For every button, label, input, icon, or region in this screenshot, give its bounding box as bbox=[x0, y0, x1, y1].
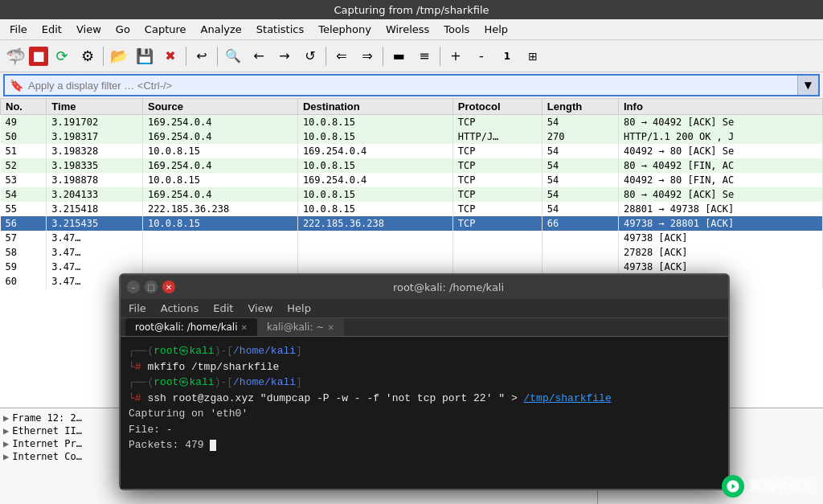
table-row[interactable]: 503.198317169.254.0.410.0.8.15HTTP/J…270… bbox=[1, 129, 823, 144]
terminal-minimize-btn[interactable]: – bbox=[127, 281, 140, 293]
cmd-text-0: mkfifo /tmp/sharkfile bbox=[147, 361, 279, 373]
menu-file[interactable]: File bbox=[3, 22, 34, 37]
toolbar-options-btn[interactable]: ⚙ bbox=[76, 44, 100, 68]
terminal-output-1: File: - bbox=[129, 422, 720, 438]
toolbar: 🦈 ■ ⟳ ⚙ 📂 💾 ✖ ↩ 🔍 ← → ↺ ⇐ ⇒ ▬ ≡ + - 1 ⊞ bbox=[0, 40, 823, 72]
detail-label-0: Frame 12: 2… bbox=[12, 412, 82, 424]
terminal-close-btn[interactable]: ✕ bbox=[162, 281, 175, 293]
terminal-menu-file[interactable]: File bbox=[125, 301, 149, 316]
terminal-body: ┌──(root㉿kali)-[/home/kali] └# mkfifo /t… bbox=[121, 337, 728, 489]
tab-close-0[interactable]: ✕ bbox=[241, 323, 248, 332]
packet-tbody: 493.191702169.254.0.410.0.8.15TCP5480 → … bbox=[1, 115, 823, 289]
table-row[interactable]: 543.204133169.254.0.410.0.8.15TCP5480 → … bbox=[1, 187, 823, 202]
toolbar-restart-btn[interactable]: ⟳ bbox=[50, 44, 74, 68]
toolbar-zoom-in-btn[interactable]: + bbox=[444, 44, 468, 68]
expand-icon-3: ▶ bbox=[3, 451, 9, 462]
toolbar-sep3 bbox=[217, 47, 218, 66]
toolbar-back-btn[interactable]: ← bbox=[247, 44, 271, 68]
menu-tools[interactable]: Tools bbox=[437, 22, 476, 37]
table-row[interactable]: 583.47…27828 [ACK] bbox=[1, 245, 823, 260]
terminal-tabs: root@kali: /home/kali ✕ kali@kali: ~ ✕ bbox=[121, 318, 728, 337]
toolbar-coloring-btn[interactable]: ≡ bbox=[412, 44, 436, 68]
expand-icon-2: ▶ bbox=[3, 438, 9, 449]
toolbar-next-btn[interactable]: ⇒ bbox=[355, 44, 379, 68]
toolbar-fwd-btn[interactable]: → bbox=[272, 44, 297, 68]
watermark-text: 菜鸟学信安 bbox=[749, 478, 813, 495]
menu-edit[interactable]: Edit bbox=[35, 22, 68, 37]
table-row[interactable]: 573.47…49738 [ACK] bbox=[1, 231, 823, 245]
table-row[interactable]: 553.215418222.185.36.23810.0.8.15TCP5428… bbox=[1, 202, 823, 216]
table-row[interactable]: 493.191702169.254.0.410.0.8.15TCP5480 → … bbox=[1, 115, 823, 130]
terminal-menu: File Actions Edit View Help bbox=[121, 299, 728, 318]
toolbar-resize-btn[interactable]: ⊞ bbox=[521, 44, 545, 68]
menu-bar: File Edit View Go Capture Analyze Statis… bbox=[0, 19, 823, 40]
tab-label-1: kali@kali: ~ bbox=[267, 322, 324, 333]
terminal-line-1: ┌──(root㉿kali)-[/home/kali] bbox=[129, 375, 720, 391]
prompt-host-0: root㉿kali bbox=[154, 345, 214, 357]
menu-analyze[interactable]: Analyze bbox=[194, 22, 248, 37]
terminal-cmd-1: └# ssh root@zgao.xyz "dumpcap -P -w - -f… bbox=[129, 391, 720, 407]
toolbar-find-btn[interactable]: 🔍 bbox=[221, 44, 245, 68]
col-header-proto: Protocol bbox=[452, 99, 542, 115]
toolbar-loop-btn[interactable]: ↺ bbox=[298, 44, 322, 68]
cmd-text-1: ssh root@zgao.xyz "dumpcap -P -w - -f 'n… bbox=[147, 392, 523, 404]
detail-label-2: Internet Pr… bbox=[12, 438, 82, 449]
col-header-info: Info bbox=[619, 99, 823, 115]
menu-view[interactable]: View bbox=[70, 22, 108, 37]
col-header-no: No. bbox=[1, 99, 47, 115]
prompt-path-0: /home/kali bbox=[233, 345, 296, 357]
toolbar-zoom-out-btn[interactable]: - bbox=[469, 44, 493, 68]
toolbar-close-btn[interactable]: ✖ bbox=[158, 44, 182, 68]
detail-label-3: Internet Co… bbox=[12, 451, 82, 462]
terminal-output-0: Capturing on 'eth0' bbox=[129, 406, 720, 422]
toolbar-zoom-norm-btn[interactable]: 1 bbox=[495, 44, 519, 68]
table-row[interactable]: 533.19887810.0.8.15169.254.0.4TCP5440492… bbox=[1, 173, 823, 187]
table-row[interactable]: 513.19832810.0.8.15169.254.0.4TCP5440492… bbox=[1, 144, 823, 158]
terminal-menu-edit[interactable]: Edit bbox=[210, 301, 236, 316]
filter-input[interactable] bbox=[28, 80, 797, 92]
toolbar-save-btn[interactable]: 💾 bbox=[133, 44, 157, 68]
title-bar: Capturing from /tmp/sharkfile bbox=[0, 0, 823, 19]
terminal-menu-actions[interactable]: Actions bbox=[158, 301, 203, 316]
terminal-line-0: ┌──(root㉿kali)-[/home/kali] bbox=[129, 343, 720, 359]
toolbar-sep4 bbox=[326, 47, 326, 66]
toolbar-iface-btn[interactable]: ▬ bbox=[387, 44, 411, 68]
menu-go[interactable]: Go bbox=[109, 22, 137, 37]
terminal-maximize-btn[interactable]: □ bbox=[145, 281, 158, 293]
terminal-cursor bbox=[210, 440, 216, 451]
table-row[interactable]: 563.21543510.0.8.15222.185.36.238TCP6649… bbox=[1, 216, 823, 231]
menu-capture[interactable]: Capture bbox=[138, 22, 193, 37]
wireshark-window: Capturing from /tmp/sharkfile File Edit … bbox=[0, 0, 823, 504]
tab-label-0: root@kali: /home/kali bbox=[135, 322, 238, 333]
col-header-src: Source bbox=[142, 99, 297, 115]
col-header-time: Time bbox=[47, 99, 143, 115]
table-row[interactable]: 523.198335169.254.0.410.0.8.15TCP5480 → … bbox=[1, 158, 823, 173]
terminal-title: root@kali: /home/kali bbox=[175, 281, 722, 293]
filter-dropdown-btn[interactable]: ▼ bbox=[797, 76, 818, 95]
prompt-host-1: root㉿kali bbox=[154, 376, 214, 388]
filter-icon: 🔖 bbox=[5, 79, 28, 92]
menu-statistics[interactable]: Statistics bbox=[250, 22, 310, 37]
toolbar-prev-btn[interactable]: ⇐ bbox=[330, 44, 354, 68]
toolbar-reload-btn[interactable]: ↩ bbox=[190, 44, 214, 68]
expand-icon-1: ▶ bbox=[3, 425, 9, 436]
detail-label-1: Ethernet II… bbox=[12, 425, 82, 436]
tab-close-1[interactable]: ✕ bbox=[327, 323, 334, 332]
terminal-menu-view[interactable]: View bbox=[244, 301, 276, 316]
col-header-len: Length bbox=[542, 99, 618, 115]
toolbar-open-btn[interactable]: 📂 bbox=[107, 44, 131, 68]
terminal-tab-1[interactable]: kali@kali: ~ ✕ bbox=[257, 318, 344, 336]
filter-bar: 🔖 ▼ bbox=[3, 74, 820, 96]
window-buttons: – □ ✕ bbox=[127, 281, 175, 293]
toolbar-shark-icon[interactable]: 🦈 bbox=[3, 44, 27, 68]
menu-wireless[interactable]: Wireless bbox=[379, 22, 436, 37]
menu-help[interactable]: Help bbox=[477, 22, 514, 37]
packet-table: No. Time Source Destination Protocol Len… bbox=[0, 98, 823, 289]
toolbar-stop-btn[interactable]: ■ bbox=[29, 47, 48, 66]
terminal-output-2: Packets: 479 bbox=[129, 437, 720, 453]
table-row[interactable]: 593.47…49738 [ACK] bbox=[1, 260, 823, 274]
terminal-tab-0[interactable]: root@kali: /home/kali ✕ bbox=[125, 318, 257, 336]
expand-icon-0: ▶ bbox=[3, 412, 9, 424]
terminal-menu-help[interactable]: Help bbox=[284, 301, 314, 316]
menu-telephony[interactable]: Telephony bbox=[312, 22, 378, 37]
